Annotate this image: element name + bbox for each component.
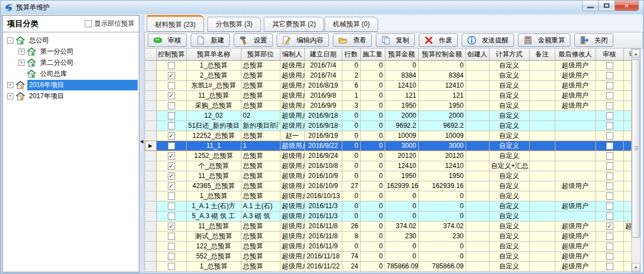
budget-row-1_A.1 土(石)方[interactable]: 1_A.1 土(石)方A.1 土(石)超级用户2016/11/30000自定义超…	[145, 201, 631, 211]
checkbox-unchecked-icon[interactable]	[606, 233, 613, 240]
budget-row-1_总预算[interactable]: 1_总预算总预算超级用户2016/7/40000自定义超级用户	[145, 60, 631, 70]
checkbox-unchecked-icon[interactable]	[168, 253, 175, 260]
tree-item-第二分公司[interactable]: +第二分公司	[4, 57, 138, 68]
audit-cell[interactable]	[595, 141, 623, 151]
row-indicator[interactable]	[145, 211, 156, 221]
checkbox-unchecked-icon[interactable]	[168, 62, 175, 69]
new-button[interactable]: 新建	[191, 33, 230, 47]
checkbox-unchecked-icon[interactable]	[168, 122, 175, 129]
expand-node-icon[interactable]: +	[7, 93, 13, 99]
show-part-budget-checkbox[interactable]: 显示部位预算	[85, 19, 134, 28]
audit-cell[interactable]	[595, 90, 623, 100]
row-indicator[interactable]	[145, 70, 156, 80]
row-indicator[interactable]	[145, 171, 156, 181]
column-header-审核[interactable]: 审核	[595, 49, 623, 60]
row-indicator[interactable]	[145, 100, 156, 110]
edit-content-button[interactable]: 编辑内容	[277, 33, 329, 47]
budget-row-东凯1#_总预算[interactable]: 东凯1#_总预算总预算超级用户2016/8/19601241012410自定义超…	[145, 80, 631, 90]
budget-row-个_总预算[interactable]: ✓个_总预算总预算超级用户2016/10/8001241012410自定义+汇总	[145, 161, 631, 171]
tree-item-总公司[interactable]: -总公司	[4, 35, 138, 46]
checkbox-checked-icon[interactable]: ✓	[168, 72, 175, 79]
budget-row-1_总预算[interactable]: 1_总预算总预算超级用户2016/11/22240785866.09785866…	[145, 261, 631, 271]
row-indicator[interactable]	[145, 221, 156, 231]
audit-cell[interactable]	[595, 251, 623, 261]
control-budget-cell[interactable]: ✓	[156, 151, 186, 161]
budget-row-122_总预算[interactable]: 122_总预算总预算超级用户2016/11/90000自定义超级用户	[145, 241, 631, 251]
control-budget-cell[interactable]: ✓	[156, 161, 186, 171]
control-budget-cell[interactable]	[156, 121, 186, 131]
control-budget-cell[interactable]	[156, 100, 186, 110]
collapse-arrow-icon[interactable]: ◀	[140, 139, 143, 144]
control-budget-cell[interactable]: ✓	[156, 131, 186, 141]
column-header-备注[interactable]: 备注	[529, 49, 555, 60]
row-indicator[interactable]	[145, 60, 156, 70]
checkbox-checked-icon[interactable]: ✓	[168, 172, 175, 180]
control-budget-cell[interactable]	[156, 211, 186, 221]
audit-cell[interactable]	[595, 80, 623, 90]
row-indicator[interactable]	[145, 110, 156, 121]
row-indicator[interactable]	[145, 131, 156, 141]
budget-row-12_02[interactable]: 12_0202超级用户2016/9/180020002000自定义	[145, 110, 631, 121]
checkbox-unchecked-icon[interactable]	[606, 152, 613, 160]
audit-cell[interactable]	[595, 261, 623, 271]
row-indicator[interactable]	[145, 261, 156, 271]
checkbox-unchecked-icon[interactable]	[168, 203, 175, 210]
column-header-预算金额[interactable]: 预算金额	[385, 49, 418, 60]
row-indicator[interactable]	[145, 181, 156, 191]
checkbox-unchecked-icon[interactable]	[168, 82, 175, 89]
void-button[interactable]: 作废	[419, 33, 458, 47]
tree-item-第一分公司[interactable]: +第一分公司	[4, 46, 138, 57]
tab-machinery-budget[interactable]: 机械预算 (0)	[325, 17, 378, 32]
budget-row-测试_总预算[interactable]: 测试_总预算总预算超级用户2016/11/880230230自定义超级用户	[145, 231, 631, 241]
audit-cell[interactable]	[595, 241, 623, 251]
audit-cell[interactable]	[595, 60, 623, 70]
checkbox-checked-icon[interactable]: ✓	[168, 162, 175, 170]
checkbox-unchecked-icon[interactable]	[606, 72, 613, 79]
collapse-node-icon[interactable]: -	[7, 37, 13, 44]
control-budget-cell[interactable]: ✓	[156, 70, 186, 80]
checkbox-unchecked-icon[interactable]	[606, 82, 613, 89]
column-header-编制人[interactable]: 编制人	[280, 49, 304, 60]
checkbox-unchecked-icon[interactable]	[606, 92, 613, 99]
close-window-button[interactable]: ✕	[614, 1, 639, 11]
audit-cell[interactable]	[595, 110, 623, 121]
scroll-down-button[interactable]: ▼	[632, 263, 640, 272]
tab-subcontract-budget[interactable]: 分包预算 (3)	[207, 17, 261, 32]
checkbox-unchecked-icon[interactable]	[168, 213, 175, 220]
checkbox-checked-icon[interactable]: ✓	[168, 92, 175, 99]
column-header-计算方式[interactable]: 计算方式	[489, 49, 529, 60]
budget-row-2_总预算[interactable]: ✓2_总预算总预算超级用户2016/7/42083848384自定义超级用户	[145, 70, 631, 80]
control-budget-cell[interactable]	[156, 191, 186, 201]
audit-cell[interactable]	[595, 191, 623, 201]
column-header-预算部位[interactable]: 预算部位	[241, 49, 280, 60]
row-indicator[interactable]: ▶	[145, 141, 156, 151]
checkbox-checked-icon[interactable]: ✓	[168, 152, 175, 160]
row-indicator[interactable]	[145, 251, 156, 261]
checkbox-unchecked-icon[interactable]	[606, 263, 613, 270]
column-header-创建人[interactable]: 创建人	[466, 49, 489, 60]
tree-item-2017年项目[interactable]: +2017年项目	[4, 90, 138, 102]
checkbox-unchecked-icon[interactable]	[168, 263, 175, 270]
column-header-行数[interactable]: 行数	[342, 49, 360, 60]
tab-material-budget[interactable]: 材料预算 (23)	[147, 15, 204, 32]
budget-row-11_总预算[interactable]: ✓11_总预算总预算超级用户2016/9/810121121自定义超级用户	[145, 90, 631, 100]
row-indicator[interactable]	[145, 121, 156, 131]
row-indicator[interactable]	[145, 80, 156, 90]
audit-cell[interactable]	[595, 171, 623, 181]
control-budget-cell[interactable]	[156, 231, 186, 241]
budget-row-11_总预算[interactable]: ✓11_总预算总预算超级用户2016/10/90019501950自定义	[145, 171, 631, 181]
budget-row-552_总预算[interactable]: 552_总预算总预算超级用户2016/11/1874000自定义超级用户	[145, 251, 631, 261]
control-budget-cell[interactable]: ✓	[156, 90, 186, 100]
send-reminder-button[interactable]: 发送提醒	[462, 33, 514, 47]
checkbox-unchecked-icon[interactable]	[606, 142, 613, 150]
audit-cell[interactable]	[595, 201, 623, 211]
checkbox-unchecked-icon[interactable]	[606, 172, 613, 180]
row-indicator[interactable]	[145, 201, 156, 211]
audit-cell[interactable]	[595, 131, 623, 141]
checkbox-unchecked-icon[interactable]	[168, 193, 175, 200]
column-header-预算单名称[interactable]: 预算单名称	[186, 49, 241, 60]
panel-splitter[interactable]: ◀	[139, 15, 144, 272]
approve-button[interactable]: 审核	[148, 33, 187, 47]
control-budget-cell[interactable]	[156, 80, 186, 90]
budget-row-42365_总预算[interactable]: ✓42365_总预算总预算超级用户2016/10/9270162939.1616…	[145, 181, 631, 191]
